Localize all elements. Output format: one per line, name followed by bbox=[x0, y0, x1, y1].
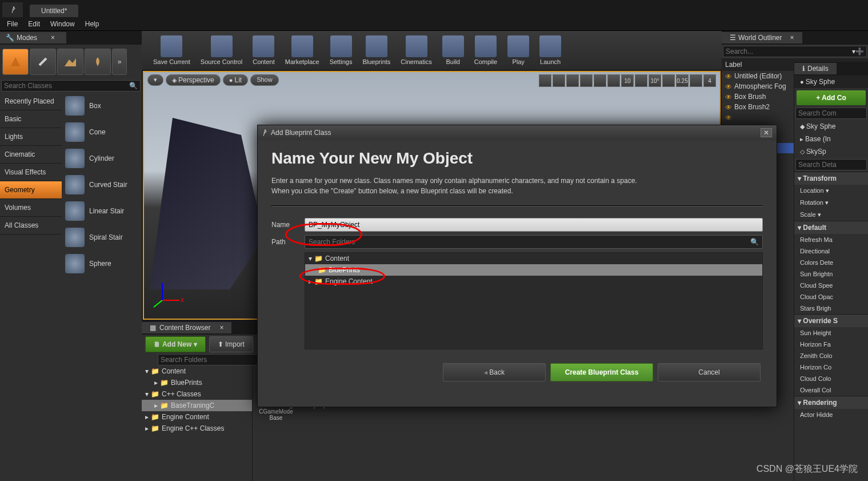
viewport-tool[interactable] bbox=[662, 74, 675, 87]
add-component-button[interactable]: + Add Co bbox=[797, 90, 866, 105]
cinematics-button[interactable]: Cinematics bbox=[398, 35, 434, 65]
marketplace-button[interactable]: Marketplace bbox=[283, 35, 322, 65]
cancel-button[interactable]: Cancel bbox=[658, 363, 761, 381]
close-icon[interactable]: × bbox=[219, 324, 223, 332]
visibility-icon[interactable]: 👁 bbox=[725, 104, 732, 110]
property-row[interactable]: Directional bbox=[794, 245, 868, 257]
search-details[interactable] bbox=[795, 159, 867, 170]
category-all-classes[interactable]: All Classes bbox=[0, 217, 62, 234]
project-tab[interactable]: Untitled* bbox=[30, 5, 78, 17]
menu-file[interactable]: File bbox=[7, 20, 18, 28]
search-classes-input[interactable] bbox=[4, 82, 129, 90]
viewport-tool[interactable] bbox=[553, 74, 565, 87]
property-row[interactable]: Colors Dete bbox=[794, 257, 868, 268]
search-components[interactable] bbox=[795, 108, 867, 119]
category-recently-placed[interactable]: Recently Placed bbox=[0, 93, 62, 110]
details-tab[interactable]: ℹDetails bbox=[794, 63, 837, 74]
property-row[interactable]: Horizon Co bbox=[794, 361, 868, 373]
show-button[interactable]: Show bbox=[250, 74, 279, 86]
import-button[interactable]: ⬆ Import bbox=[209, 336, 253, 352]
property-row[interactable]: Stars Brigh bbox=[794, 303, 868, 314]
save-current-button[interactable]: Save Current bbox=[151, 35, 193, 65]
property-row[interactable]: Location ▾ bbox=[794, 185, 868, 197]
outliner-search[interactable]: ▾ ➕ bbox=[723, 46, 867, 57]
dialog-titlebar[interactable]: ᚹ Add Blueprint Class ✕ bbox=[258, 125, 777, 140]
add-new-button[interactable]: 🗎 Add New ▾ bbox=[145, 336, 206, 352]
foliage-mode-button[interactable] bbox=[85, 49, 111, 75]
category-basic[interactable]: Basic bbox=[0, 110, 62, 128]
path-search-input[interactable] bbox=[309, 238, 750, 246]
tree-item[interactable]: ▸ 📁 BaseTraningC bbox=[142, 400, 252, 411]
property-row[interactable]: Overall Col bbox=[794, 384, 868, 396]
category-lights[interactable]: Lights bbox=[0, 128, 62, 146]
section-header[interactable]: ▾ Override S bbox=[794, 314, 868, 327]
visibility-icon[interactable]: 👁 bbox=[725, 114, 732, 121]
close-icon[interactable]: × bbox=[51, 34, 55, 42]
viewport-menu[interactable]: ▾ bbox=[147, 74, 163, 86]
viewport-tool[interactable] bbox=[539, 74, 551, 87]
content-button[interactable]: Content bbox=[250, 35, 277, 65]
menu-window[interactable]: Window bbox=[50, 20, 75, 28]
content-browser-tab[interactable]: ▦Content Browser× bbox=[142, 322, 231, 333]
close-button[interactable]: ✕ bbox=[761, 128, 772, 137]
launch-button[interactable]: Launch bbox=[537, 35, 563, 65]
add-icon[interactable]: ➕ bbox=[855, 47, 864, 55]
paint-mode-button[interactable] bbox=[30, 49, 56, 75]
section-header[interactable]: ▾ Transform bbox=[794, 172, 868, 185]
settings-button[interactable]: Settings bbox=[327, 35, 355, 65]
more-modes-button[interactable]: » bbox=[112, 49, 127, 75]
shape-box[interactable]: Box bbox=[62, 93, 142, 119]
property-row[interactable]: Cloud Opac bbox=[794, 291, 868, 303]
folder-item[interactable]: ▾ 📁 Content bbox=[305, 253, 762, 264]
viewport-tool[interactable]: 4 bbox=[703, 74, 716, 87]
outliner-tab[interactable]: ☰World Outliner× bbox=[722, 32, 802, 43]
play-button[interactable]: Play bbox=[505, 35, 531, 65]
property-row[interactable]: Rotation ▾ bbox=[794, 197, 868, 209]
shape-sphere[interactable]: Sphere bbox=[62, 251, 142, 277]
property-row[interactable]: Cloud Spee bbox=[794, 280, 868, 291]
property-row[interactable]: Cloud Colo bbox=[794, 373, 868, 384]
viewport-tool[interactable] bbox=[580, 74, 593, 87]
shape-cone[interactable]: Cone bbox=[62, 119, 142, 145]
tree-item[interactable]: ▸ 📁 Engine C++ Classes bbox=[142, 423, 252, 434]
visibility-icon[interactable]: 👁 bbox=[725, 93, 732, 100]
viewport-tool[interactable]: 0.25 bbox=[676, 74, 689, 87]
modes-tab[interactable]: 🔧Modes× bbox=[0, 32, 66, 43]
category-cinematic[interactable]: Cinematic bbox=[0, 146, 62, 164]
shape-curved-stair[interactable]: Curved Stair bbox=[62, 172, 142, 198]
place-mode-button[interactable] bbox=[2, 49, 29, 75]
viewport-tool[interactable] bbox=[594, 74, 606, 87]
perspective-button[interactable]: ◈ Perspective bbox=[166, 74, 221, 86]
viewport-tool[interactable] bbox=[690, 74, 702, 87]
build-button[interactable]: Build bbox=[440, 35, 466, 65]
property-row[interactable]: Actor Hidde bbox=[794, 409, 868, 420]
section-header[interactable]: ▾ Default bbox=[794, 221, 868, 234]
tree-item[interactable]: ▸ 📁 Engine Content bbox=[142, 411, 252, 423]
folder-item[interactable]: 📁 BluePrints bbox=[305, 264, 762, 276]
close-icon[interactable]: × bbox=[790, 34, 794, 42]
folder-tree[interactable]: ▾ 📁 Content📁 BluePrints▸ 📁 Engine Conten… bbox=[305, 252, 763, 349]
source-control-button[interactable]: Source Control bbox=[198, 35, 245, 65]
viewport-tool[interactable] bbox=[635, 74, 647, 87]
landscape-mode-button[interactable] bbox=[57, 49, 83, 75]
create-blueprint-button[interactable]: Create Blueprint Class bbox=[550, 363, 653, 381]
property-row[interactable]: Refresh Ma bbox=[794, 234, 868, 245]
section-header[interactable]: ▾ Rendering bbox=[794, 396, 868, 409]
category-visual-effects[interactable]: Visual Effects bbox=[0, 164, 62, 181]
visibility-icon[interactable]: 👁 bbox=[725, 73, 732, 79]
name-input[interactable] bbox=[305, 218, 763, 232]
tree-item[interactable]: ▾ 📁 Content bbox=[142, 365, 252, 377]
category-geometry[interactable]: Geometry bbox=[0, 181, 62, 199]
property-row[interactable]: Zenith Colo bbox=[794, 350, 868, 361]
lit-button[interactable]: ● Lit bbox=[223, 74, 248, 86]
visibility-icon[interactable]: 👁 bbox=[725, 83, 732, 90]
viewport-tool[interactable] bbox=[566, 74, 579, 87]
component-item[interactable]: ◆ Sky Sphe bbox=[794, 120, 868, 133]
folder-item[interactable]: ▸ 📁 Engine Content bbox=[305, 276, 762, 287]
shape-cylinder[interactable]: Cylinder bbox=[62, 145, 142, 172]
tree-item[interactable]: ▸ 📁 BluePrints bbox=[142, 377, 252, 388]
search-classes[interactable]: 🔍 bbox=[1, 80, 141, 92]
property-row[interactable]: Sun Brightn bbox=[794, 268, 868, 280]
viewport-tool[interactable]: 10 bbox=[621, 74, 634, 87]
component-item[interactable]: ◇ SkySp bbox=[794, 145, 868, 158]
